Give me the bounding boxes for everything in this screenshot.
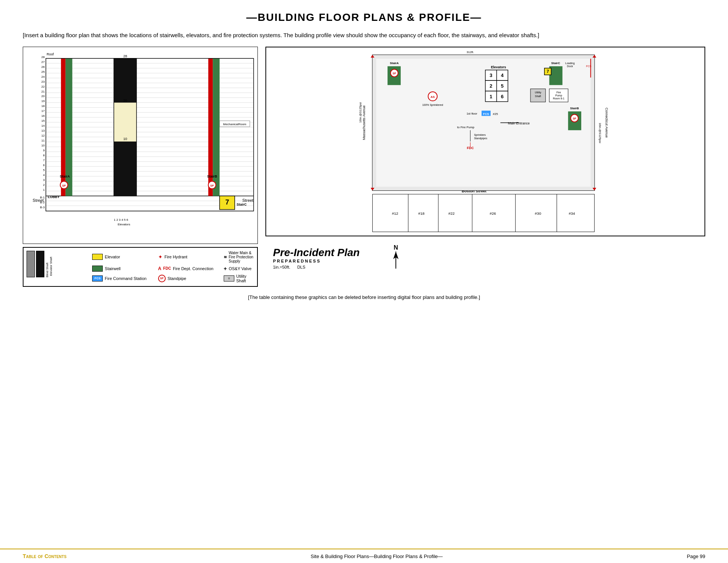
svg-text:#34: #34 [569,211,575,215]
svg-text:#22: #22 [448,211,455,215]
svg-text:10: 10 [41,143,45,147]
svg-text:20: 20 [41,94,45,98]
svg-text:6: 6 [501,93,504,99]
svg-text:Main Entrance: Main Entrance [508,121,530,125]
legend-utility-shaft: U Utility Shaft [224,274,254,283]
svg-text:24: 24 [41,75,45,78]
svg-text:26: 26 [41,65,45,68]
svg-text:SP: SP [573,117,576,120]
svg-text:7: 7 [225,198,229,206]
svg-text:21: 21 [41,90,45,93]
svg-text:3: 3 [43,178,45,181]
legend-standpipe: SP Standpipe [158,274,221,283]
svg-text:Street: Street [33,198,44,203]
right-diagram: 16in.@S125psi 312ft. 16in.@S125psi 16in.… [265,47,705,287]
svg-text:4: 4 [501,72,504,78]
svg-text:N: N [394,244,398,251]
svg-text:100% Sprinklered: 100% Sprinklered [422,103,443,106]
floor-plan-svg: 16in.@S125psi 312ft. 16in.@S125psi 16in.… [266,47,704,236]
svg-text:16in.@S125psi: 16in.@S125psi [598,123,602,143]
svg-text:10: 10 [123,137,127,141]
svg-text:SP: SP [392,72,396,75]
svg-text:Pump: Pump [555,94,562,97]
svg-text:17: 17 [41,109,45,113]
svg-text:27: 27 [41,60,45,63]
footer-page: Page 99 [687,554,705,559]
svg-text:Massachusetts Avenue: Massachusetts Avenue [362,105,366,140]
svg-text:LOBBY: LOBBY [48,195,60,199]
pre-incident-text: Pre-Incident Plan PREPAREDNESS 1in.=50ft… [273,247,360,269]
footer-toc[interactable]: Table of Contents [23,553,66,559]
legend-box: Elevator ✦ Fire Hydrant ≋ Water Main & F… [23,247,258,287]
svg-text:9: 9 [43,148,45,152]
svg-text:Sprinklers: Sprinklers [474,134,486,137]
legend-fire-hydrant: ✦ Fire Hydrant [158,251,221,263]
svg-text:23: 23 [41,80,45,83]
svg-text:16: 16 [41,114,45,118]
svg-text:StairC: StairC [237,203,247,206]
svg-text:1: 1 [490,93,492,99]
pre-incident-subtitle: PREPAREDNESS [273,259,360,263]
svg-text:28: 28 [123,54,127,58]
svg-text:2: 2 [490,83,492,89]
svg-text:7: 7 [43,158,45,162]
svg-text:19: 19 [41,99,45,103]
footer-center: Site & Building Floor Plans—Building Flo… [311,554,442,559]
pre-incident-section: Pre-Incident Plan PREPAREDNESS 1in.=50ft… [265,240,705,276]
svg-text:15: 15 [41,119,45,123]
svg-text:SP: SP [62,184,66,187]
svg-text:#12: #12 [392,211,399,215]
diagrams-container: Roof [23,47,705,287]
svg-text:22: 22 [41,85,45,88]
svg-rect-155 [372,194,594,231]
svg-text:Loading: Loading [565,61,575,64]
svg-text:8: 8 [43,153,45,157]
pre-incident-title: Pre-Incident Plan [273,247,360,259]
svg-text:14: 14 [41,124,45,127]
legend-elevator: Elevator [92,251,155,263]
svg-text:Street: Street [242,198,253,203]
svg-text:Elevators: Elevators [491,65,506,69]
svg-text:18: 18 [41,104,45,108]
subtitle-text: [Insert a building floor plan that shows… [23,31,705,40]
svg-text:StairA: StairA [390,61,399,64]
svg-text:B-3: B-3 [40,206,45,209]
svg-text:7: 7 [547,69,549,74]
svg-text:#30: #30 [535,211,541,215]
svg-text:Room 8-1: Room 8-1 [553,97,565,99]
svg-text:Dock: Dock [567,64,573,67]
svg-text:Connecticut Avenue: Connecticut Avenue [605,107,609,137]
svg-text:StairA: StairA [60,174,70,178]
svg-text:#26: #26 [490,211,496,215]
left-diagram: Roof [23,47,258,287]
legend-stairwell: Stairwell [92,266,155,272]
profile-diagram: Roof [23,47,258,244]
svg-text:#18: #18 [418,211,425,215]
svg-text:Standpipes: Standpipes [474,137,487,140]
floor-plan-box: 16in.@S125psi 312ft. 16in.@S125psi 16in.… [265,47,705,236]
svg-text:MechanicalRoom: MechanicalRoom [223,123,246,126]
svg-text:25: 25 [41,70,45,73]
svg-text:6: 6 [43,163,45,167]
svg-text:1: 1 [43,188,45,191]
svg-text:SP: SP [210,184,214,187]
svg-rect-72 [114,58,136,102]
pre-incident-scale: 1in.=50ft. DLS [273,265,360,269]
svg-text:13: 13 [41,129,45,132]
legend-shafts: Blind Shaft Elevator Shaft [27,251,90,277]
legend-water-main: ≋ Water Main & Fire Protection Supply [224,251,254,263]
footer: Table of Contents Site & Building Floor … [0,549,728,563]
svg-text:312ft.: 312ft. [466,50,474,53]
svg-text:Roof: Roof [47,52,54,56]
legend-os-y-valve: + OS&Y Valve [224,266,254,272]
svg-text:StairB: StairB [570,106,579,110]
svg-text:Utility: Utility [535,91,541,94]
svg-text:5: 5 [501,83,504,89]
svg-text:20: 20 [123,99,127,102]
svg-text:StairC: StairC [551,61,560,64]
svg-text:FCS: FCS [483,112,489,115]
svg-text:Fire: Fire [556,91,561,94]
svg-text:12: 12 [41,134,45,137]
svg-text:4: 4 [43,173,45,176]
svg-text:5: 5 [43,168,45,171]
